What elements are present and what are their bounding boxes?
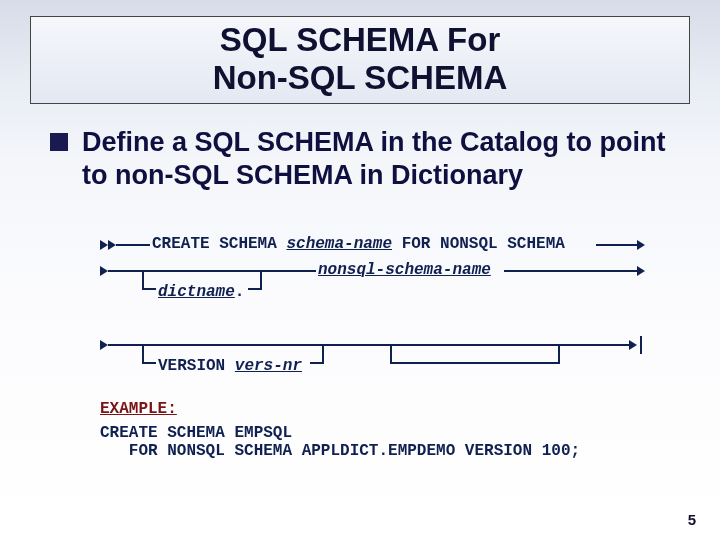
rail-connector <box>260 270 262 290</box>
arrow-right-icon <box>637 240 645 250</box>
ph-dictname: dictname <box>158 283 235 301</box>
syntax-text: nonsql-schema-name <box>318 258 491 282</box>
example-label: EXAMPLE: <box>100 400 660 418</box>
rail-connector <box>142 344 144 364</box>
arrow-right-icon <box>108 240 116 250</box>
example-line-1: CREATE SCHEMA EMPSQL <box>100 424 660 442</box>
kw-create-schema: CREATE SCHEMA <box>152 235 286 253</box>
rail-connector <box>390 362 560 364</box>
rail-end-cap <box>640 336 642 354</box>
title-line-1: SQL SCHEMA For <box>220 21 501 58</box>
bullet-list: Define a SQL SCHEMA in the Catalog to po… <box>50 126 680 192</box>
syntax-row-3: dictname. <box>100 284 645 314</box>
square-bullet-icon <box>50 133 68 151</box>
rail-connector <box>558 344 560 364</box>
example-block: EXAMPLE: CREATE SCHEMA EMPSQL FOR NONSQL… <box>100 400 660 460</box>
ph-nonsql-schema-name: nonsql-schema-name <box>318 261 491 279</box>
example-line-2: FOR NONSQL SCHEMA APPLDICT.EMPDEMO VERSI… <box>100 442 660 460</box>
arrow-right-icon <box>100 340 108 350</box>
page-number: 5 <box>688 511 696 528</box>
rail-line-segment <box>504 270 640 272</box>
ph-schema-name: schema-name <box>286 235 392 253</box>
rail-line-segment <box>116 244 150 246</box>
bullet-text: Define a SQL SCHEMA in the Catalog to po… <box>82 126 680 192</box>
syntax-text: VERSION vers-nr <box>158 354 302 378</box>
slide-title-box: SQL SCHEMA For Non-SQL SCHEMA <box>30 16 690 104</box>
rail-connector <box>390 344 392 364</box>
syntax-text: dictname. <box>158 280 244 304</box>
rail-connector <box>142 288 156 290</box>
arrow-right-icon <box>100 266 108 276</box>
rail-connector <box>142 362 156 364</box>
kw-for-nonsql: FOR NONSQL SCHEMA <box>392 235 565 253</box>
rail-line-segment <box>108 344 632 346</box>
rail-connector <box>322 344 324 364</box>
arrow-right-icon <box>100 240 108 250</box>
arrow-right-icon <box>637 266 645 276</box>
arrow-right-icon <box>629 340 637 350</box>
rail-line-segment <box>596 244 640 246</box>
title-line-2: Non-SQL SCHEMA <box>213 59 508 96</box>
syntax-row-5: VERSION vers-nr <box>100 358 645 388</box>
slide-title: SQL SCHEMA For Non-SQL SCHEMA <box>31 21 689 97</box>
syntax-text: CREATE SCHEMA schema-name FOR NONSQL SCH… <box>152 232 565 256</box>
spacer <box>100 314 645 332</box>
syntax-row-1: CREATE SCHEMA schema-name FOR NONSQL SCH… <box>100 232 645 258</box>
bullet-item: Define a SQL SCHEMA in the Catalog to po… <box>50 126 680 192</box>
rail-connector <box>142 270 144 290</box>
rail-line-segment <box>108 270 316 272</box>
syntax-diagram: CREATE SCHEMA schema-name FOR NONSQL SCH… <box>100 232 645 388</box>
dot: . <box>235 283 245 301</box>
ph-vers-nr: vers-nr <box>235 357 302 375</box>
kw-version: VERSION <box>158 357 235 375</box>
